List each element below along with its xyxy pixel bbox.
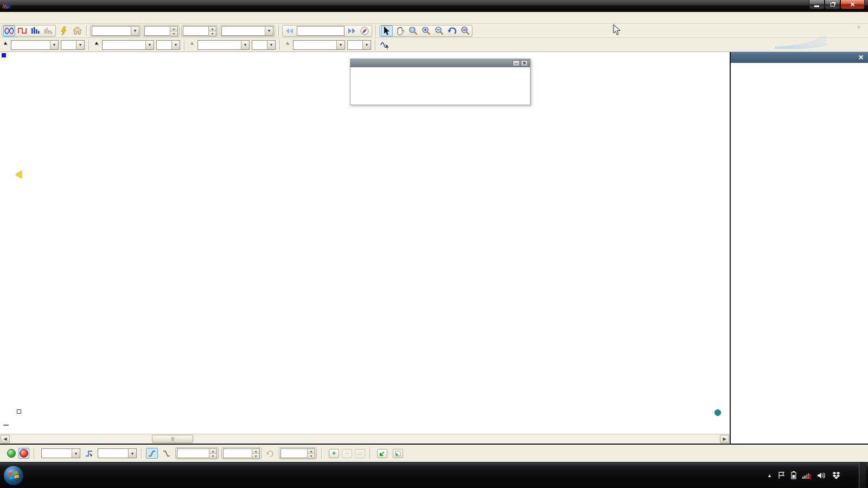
trigger-settings-icon [85,450,93,457]
spinner-buttons[interactable]: ▴▾ [209,449,216,458]
minimize-button[interactable] [809,0,825,9]
channel-b-coupling-select[interactable]: ▾ [156,40,180,50]
dropdown-arrow-icon[interactable]: ▾ [76,41,84,49]
toolbar-separator [34,448,34,459]
marquee-zoom-tool[interactable] [407,25,419,36]
dropdown-arrow-icon[interactable]: ▾ [72,449,80,458]
dropdown-arrow-icon[interactable]: ▾ [265,27,273,35]
resolution-select[interactable]: ▾ [221,26,273,36]
zoom-overview-body[interactable] [350,67,530,105]
channel-b-range-select[interactable]: ▾ [102,40,154,50]
status-toolbar: ▾ ▾ ▴▾ [0,444,868,462]
trigger-level-input[interactable]: ▴▾ [177,448,217,458]
scrollbar-thumb[interactable] [152,435,193,443]
add-view-button[interactable] [42,25,54,36]
channel-c-range-select[interactable]: ▾ [197,40,250,50]
channel-a-coupling-select[interactable]: ▾ [61,40,85,50]
edit-measurement-button[interactable]: ▱ [355,449,365,458]
main-area: – ✕ ◀ ▶ ✕ [0,52,868,444]
properties-close-button[interactable]: ✕ [858,54,864,61]
axis-offset-handle-bottom[interactable] [17,409,21,414]
overview-minimize-button[interactable]: – [513,60,520,66]
next-buffer-button[interactable] [346,25,358,36]
axis-offset-handle-top[interactable] [2,53,6,57]
falling-edge-button[interactable] [161,448,173,459]
zoom-in-tool[interactable] [420,25,432,36]
add-measurement-button[interactable]: + [329,449,339,458]
home-button[interactable] [71,25,83,36]
notes-button[interactable] [393,449,403,458]
zoom-100-tool[interactable]: 100 [459,25,471,36]
dropbox-tray-icon[interactable] [832,472,840,479]
scroll-left-button[interactable]: ◀ [1,435,10,443]
trigger-mode-select[interactable]: ▾ [41,448,80,458]
dropdown-arrow-icon[interactable]: ▾ [362,41,371,49]
hand-tool[interactable] [394,25,406,36]
samples-group: ▴▾ [181,25,218,37]
spinner-buttons[interactable]: ▴▾ [252,449,259,458]
horizontal-scrollbar[interactable]: ◀ ▶ [0,434,730,443]
scroll-right-button[interactable]: ▶ [720,435,729,443]
toolbar-separator [369,448,370,459]
channel-d-coupling-select[interactable]: ▾ [347,40,371,50]
battery-icon[interactable] [791,471,796,479]
spectrum-view-button[interactable] [29,25,41,36]
dropdown-arrow-icon[interactable]: ▾ [131,27,139,35]
spinner-buttons[interactable]: ▴▾ [307,449,315,458]
remove-measurement-button[interactable]: − [342,449,352,458]
dropdown-arrow-icon[interactable]: ▾ [336,41,344,49]
falling-edge-icon [163,450,170,457]
pointer-tools-group: 100 [379,25,473,37]
channel-a-range-select[interactable]: ▾ [11,40,59,50]
zoom-factor-input[interactable]: ▴▾ [144,26,178,36]
channel-d-range-select[interactable]: ▾ [293,40,345,50]
dropdown-arrow-icon[interactable]: ▾ [241,41,249,49]
prev-buffer-button[interactable] [284,25,296,36]
go-button[interactable] [7,449,16,458]
notes-indicator-dot[interactable] [714,409,721,416]
rising-edge-button[interactable] [146,448,158,459]
dropdown-arrow-icon[interactable]: ▾ [267,41,275,49]
spinner-buttons[interactable]: ▴▾ [170,27,177,35]
stop-button[interactable] [18,448,29,459]
advanced-trigger-button[interactable] [83,448,95,459]
rulers-button[interactable] [377,449,387,458]
zoom-out-tool[interactable] [433,25,445,36]
toolbar-separator [375,40,375,50]
buffer-overview-button[interactable] [359,25,371,36]
action-center-flag-icon[interactable] [778,472,785,479]
volume-icon[interactable] [818,472,826,479]
pre-trigger-input[interactable]: ▴▾ [223,448,260,458]
close-button[interactable]: ✕ [840,0,865,9]
restore-button[interactable] [825,0,840,9]
dropdown-arrow-icon[interactable]: ▾ [171,41,180,49]
toolbar-separator [184,40,184,50]
undo-zoom-tool[interactable] [446,25,458,36]
channel-c-coupling-select[interactable]: ▾ [252,40,276,50]
zoom-overview-window[interactable]: – ✕ [350,59,531,105]
dropdown-arrow-icon[interactable]: ▾ [50,41,58,49]
dropdown-arrow-icon[interactable]: ▾ [128,449,136,458]
auto-trigger-button[interactable] [264,448,276,459]
network-disconnected-icon[interactable] [802,472,812,479]
max-samples-input[interactable]: ▴▾ [183,26,216,36]
trigger-marker-icon[interactable] [16,171,22,178]
trigger-source-select[interactable]: ▾ [98,448,137,458]
dropdown-arrow-icon[interactable]: ▾ [145,41,154,49]
window-controls: ✕ [809,0,868,12]
normal-selection-tool[interactable] [381,25,393,36]
zoom-overview-titlebar[interactable]: – ✕ [350,59,530,67]
start-button[interactable] [3,465,24,486]
overview-close-button[interactable]: ✕ [521,60,528,66]
show-desktop-button[interactable] [859,463,866,488]
scope-view-button[interactable] [3,25,15,36]
persistence-view-button[interactable] [16,25,28,36]
probes-button[interactable] [379,40,391,50]
auto-setup-button[interactable] [58,25,69,36]
tray-expand-chevron-icon[interactable]: ▲ [767,473,772,478]
timebase-select[interactable]: ▾ [92,26,139,36]
trigger-delay-input[interactable]: ▴▾ [280,448,315,458]
spinner-buttons[interactable]: ▴▾ [208,27,216,35]
properties-titlebar: ✕ [731,52,868,63]
scope-view[interactable]: – ✕ ◀ ▶ [0,52,730,444]
